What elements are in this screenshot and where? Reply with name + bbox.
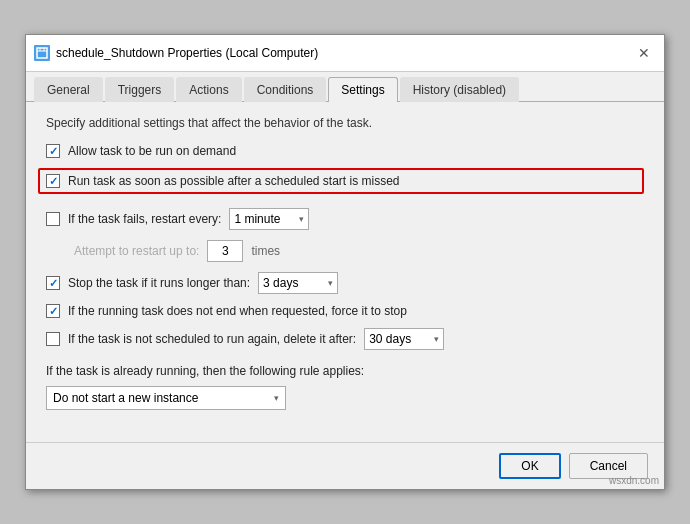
allow-run-on-demand-row: Allow task to be run on demand (46, 144, 644, 158)
allow-run-on-demand-label: Allow task to be run on demand (68, 144, 236, 158)
dialog-footer: OK Cancel (26, 442, 664, 489)
tab-history[interactable]: History (disabled) (400, 77, 519, 102)
stop-duration-dropdown[interactable]: 3 days ▾ (258, 272, 338, 294)
run-if-missed-label: Run task as soon as possible after a sch… (68, 174, 400, 188)
run-if-missed-row: Run task as soon as possible after a sch… (38, 168, 644, 194)
force-stop-checkbox[interactable] (46, 304, 60, 318)
app-icon (34, 45, 50, 61)
ok-button[interactable]: OK (499, 453, 560, 479)
title-bar: schedule_Shutdown Properties (Local Comp… (26, 35, 664, 72)
running-rule-label: If the task is already running, then the… (46, 364, 644, 378)
restart-interval-arrow: ▾ (299, 214, 304, 224)
dialog-title: schedule_Shutdown Properties (Local Comp… (56, 46, 318, 60)
tab-conditions[interactable]: Conditions (244, 77, 327, 102)
restart-attempt-label: Attempt to restart up to: (74, 244, 199, 258)
force-stop-row: If the running task does not end when re… (46, 304, 644, 318)
restart-if-fails-checkbox[interactable] (46, 212, 60, 226)
stop-duration-arrow: ▾ (328, 278, 333, 288)
delete-if-not-scheduled-row: If the task is not scheduled to run agai… (46, 328, 644, 350)
restart-interval-dropdown[interactable]: 1 minute ▾ (229, 208, 309, 230)
running-rule-dropdown[interactable]: Do not start a new instance ▾ (46, 386, 286, 410)
tab-triggers[interactable]: Triggers (105, 77, 175, 102)
restart-attempt-field[interactable]: 3 (207, 240, 243, 262)
delete-duration-dropdown[interactable]: 30 days ▾ (364, 328, 444, 350)
restart-attempt-row: Attempt to restart up to: 3 times (74, 240, 644, 262)
running-rule-arrow: ▾ (274, 393, 279, 403)
tab-actions[interactable]: Actions (176, 77, 241, 102)
dialog: schedule_Shutdown Properties (Local Comp… (25, 34, 665, 490)
restart-if-fails-row: If the task fails, restart every: 1 minu… (46, 208, 644, 230)
tab-general[interactable]: General (34, 77, 103, 102)
stop-if-runs-long-label: Stop the task if it runs longer than: (68, 276, 250, 290)
tab-settings[interactable]: Settings (328, 77, 397, 102)
watermark: wsxdn.com (609, 475, 659, 486)
allow-run-on-demand-checkbox[interactable] (46, 144, 60, 158)
running-rule-section: If the task is already running, then the… (46, 364, 644, 410)
stop-if-runs-long-checkbox[interactable] (46, 276, 60, 290)
force-stop-label: If the running task does not end when re… (68, 304, 407, 318)
close-button[interactable]: ✕ (632, 41, 656, 65)
run-if-missed-checkbox[interactable] (46, 174, 60, 188)
page-description: Specify additional settings that affect … (46, 116, 644, 130)
delete-duration-arrow: ▾ (434, 334, 439, 344)
restart-attempt-unit: times (251, 244, 280, 258)
settings-content: Specify additional settings that affect … (26, 102, 664, 432)
tab-bar: General Triggers Actions Conditions Sett… (26, 72, 664, 102)
stop-if-runs-long-row: Stop the task if it runs longer than: 3 … (46, 272, 644, 294)
delete-if-not-scheduled-label: If the task is not scheduled to run agai… (68, 332, 356, 346)
restart-if-fails-label: If the task fails, restart every: (68, 212, 221, 226)
delete-if-not-scheduled-checkbox[interactable] (46, 332, 60, 346)
